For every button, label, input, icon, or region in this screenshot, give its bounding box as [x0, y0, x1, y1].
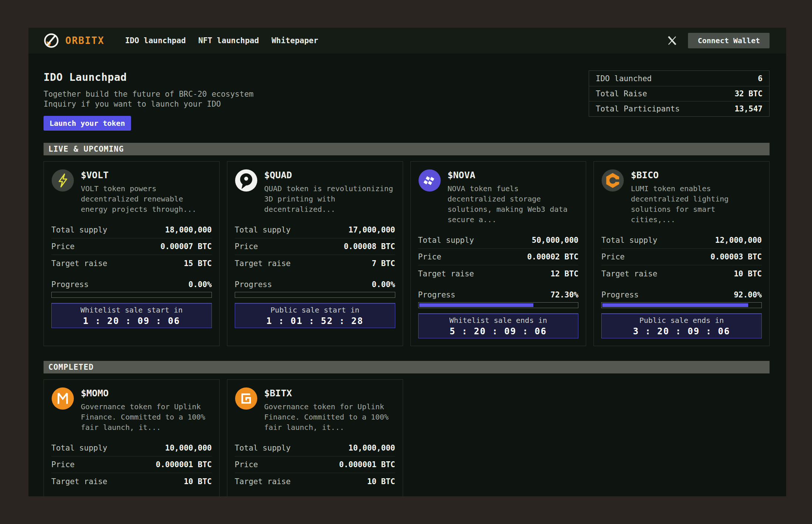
countdown-time: 5 : 20 : 09 : 06	[450, 326, 547, 337]
letter-m-icon	[51, 387, 74, 410]
countdown-box: Public sale start in 1 : 01 : 52 : 28	[235, 303, 395, 328]
target-raise-label: Target raise	[235, 259, 291, 268]
brand-name: ORBITX	[65, 35, 104, 46]
countdown-label: Whitelist sale start in	[80, 306, 183, 314]
stats-value: 32 BTC	[734, 89, 763, 98]
progress-value: 92.00%	[734, 290, 762, 299]
connect-wallet-button[interactable]: Connect Wallet	[688, 33, 770, 48]
progress-bar	[601, 302, 762, 308]
price-label: Price	[418, 252, 441, 261]
main-content: IDO Launchpad Together build the future …	[28, 54, 786, 496]
total-supply-label: Total supply	[51, 444, 107, 452]
countdown-box: Whitelist sale ends in 5 : 20 : 09 : 06	[418, 313, 579, 338]
ido-card[interactable]: $BICO LUMI token enables decentralized l…	[593, 161, 770, 346]
launch-your-token-button[interactable]: Launch your token	[44, 116, 131, 131]
stats-label: Total Raise	[596, 89, 647, 98]
progress-bar	[418, 302, 579, 308]
hero-subtitle-2: Inquiry if you want to launch your IDO	[44, 99, 254, 109]
card-header-text: $QUAD QUAD token is revolutionizing 3D p…	[264, 169, 395, 214]
target-raise-label: Target raise	[51, 477, 107, 486]
progress-label: Progress	[235, 280, 272, 289]
total-supply-label: Total supply	[601, 236, 657, 245]
nav-link-ido-launchpad[interactable]: IDO launchpad	[125, 36, 186, 45]
target-raise-row: Target raise 10 BTC	[51, 473, 212, 490]
nova-sparks-icon	[418, 169, 441, 192]
ido-card[interactable]: $NOVA NOVA token fuels decentralized sto…	[410, 161, 586, 346]
target-raise-label: Target raise	[51, 259, 107, 268]
launchpad-stats-box: IDO launched 6 Total Raise 32 BTC Total …	[589, 70, 770, 117]
progress-value: 72.30%	[550, 290, 578, 299]
target-raise-value: 10 BTC	[734, 269, 762, 278]
ido-card[interactable]: $VOLT VOLT token powers decentralized re…	[44, 161, 220, 346]
price-label: Price	[601, 252, 625, 261]
card-header-text: $MOMO Governance token for Uplink Financ…	[81, 387, 212, 432]
total-supply-value: 12,000,000	[715, 236, 762, 245]
price-value: 0.00002 BTC	[527, 252, 578, 261]
total-supply-value: 17,000,000	[348, 225, 395, 234]
progress-value: 0.00%	[189, 280, 212, 289]
target-raise-value: 10 BTC	[184, 477, 212, 486]
total-supply-value: 50,000,000	[532, 236, 578, 245]
target-raise-value: 7 BTC	[372, 259, 395, 268]
target-raise-label: Target raise	[235, 477, 291, 486]
countdown-label: Whitelist sale ends in	[449, 316, 547, 325]
progress-row: Progress 0.00%	[235, 279, 395, 290]
target-raise-value: 12 BTC	[550, 269, 578, 278]
progress-bar	[235, 292, 395, 298]
target-raise-label: Target raise	[418, 269, 474, 278]
progress-bar-fill	[602, 303, 748, 307]
lightning-icon	[51, 169, 74, 192]
price-value: 0.00007 BTC	[161, 242, 212, 251]
brand[interactable]: ORBITX	[43, 32, 104, 49]
hero-section: IDO Launchpad Together build the future …	[44, 71, 770, 131]
card-header-text: $VOLT VOLT token powers decentralized re…	[81, 169, 212, 214]
square-spiral-icon	[235, 387, 258, 410]
price-row: Price 0.00007 BTC	[51, 238, 212, 255]
progress-label: Progress	[418, 290, 455, 299]
token-description: QUAD token is revolutionizing 3D printin…	[264, 183, 395, 214]
token-ticker: $VOLT	[81, 170, 212, 180]
orbitx-logo-icon	[43, 32, 59, 49]
x-twitter-icon[interactable]	[667, 36, 677, 45]
token-description: LUMI token enables decentralized lightin…	[631, 183, 762, 225]
nav-links: IDO launchpad NFT launchpad Whitepaper	[125, 36, 318, 45]
token-description: Governance token for Uplink Finance. Com…	[81, 401, 212, 432]
card-header: $BITX Governance token for Uplink Financ…	[235, 387, 395, 432]
countdown-time: 1 : 01 : 52 : 28	[266, 316, 364, 326]
ido-card[interactable]: $MOMO Governance token for Uplink Financ…	[44, 379, 220, 496]
countdown-label: Public sale ends in	[639, 316, 724, 325]
total-supply-row: Total supply 10,000,000	[51, 440, 212, 456]
ido-card[interactable]: $QUAD QUAD token is revolutionizing 3D p…	[227, 161, 403, 346]
total-supply-label: Total supply	[418, 236, 474, 245]
hero-text: IDO Launchpad Together build the future …	[44, 71, 254, 131]
nav-link-whitepaper[interactable]: Whitepaper	[272, 36, 318, 45]
card-header-text: $BITX Governance token for Uplink Financ…	[264, 387, 395, 432]
total-supply-value: 10,000,000	[165, 444, 211, 452]
card-header: $VOLT VOLT token powers decentralized re…	[51, 169, 212, 214]
live-cards-grid: $VOLT VOLT token powers decentralized re…	[44, 161, 770, 346]
nav-link-nft-launchpad[interactable]: NFT launchpad	[198, 36, 259, 45]
page-title: IDO Launchpad	[44, 71, 254, 83]
target-raise-row: Target raise 10 BTC	[601, 265, 762, 282]
ido-card[interactable]: $BITX Governance token for Uplink Financ…	[227, 379, 403, 496]
countdown-label: Public sale start in	[271, 306, 359, 314]
total-supply-row: Total supply 17,000,000	[235, 222, 395, 238]
total-supply-label: Total supply	[51, 225, 107, 234]
stats-label: Total Participants	[596, 104, 680, 113]
target-raise-row: Target raise 7 BTC	[235, 255, 395, 272]
total-supply-row: Total supply 18,000,000	[51, 222, 212, 238]
progress-row: Progress 0.00%	[51, 279, 212, 290]
total-supply-value: 10,000,000	[348, 444, 395, 452]
price-value: 0.000001 BTC	[339, 460, 395, 469]
progress-bar	[51, 292, 212, 298]
hexagon-e-icon	[601, 169, 624, 192]
price-value: 0.000001 BTC	[156, 460, 212, 469]
stats-row-total-raise: Total Raise 32 BTC	[589, 86, 769, 101]
target-raise-row: Target raise 12 BTC	[418, 265, 579, 282]
token-ticker: $NOVA	[448, 170, 579, 180]
stats-row-ido-launched: IDO launched 6	[589, 71, 769, 86]
total-supply-value: 18,000,000	[165, 225, 211, 234]
price-row: Price 0.00002 BTC	[418, 249, 579, 265]
completed-cards-grid: $MOMO Governance token for Uplink Financ…	[44, 379, 770, 496]
top-nav: ORBITX IDO launchpad NFT launchpad White…	[28, 28, 786, 54]
